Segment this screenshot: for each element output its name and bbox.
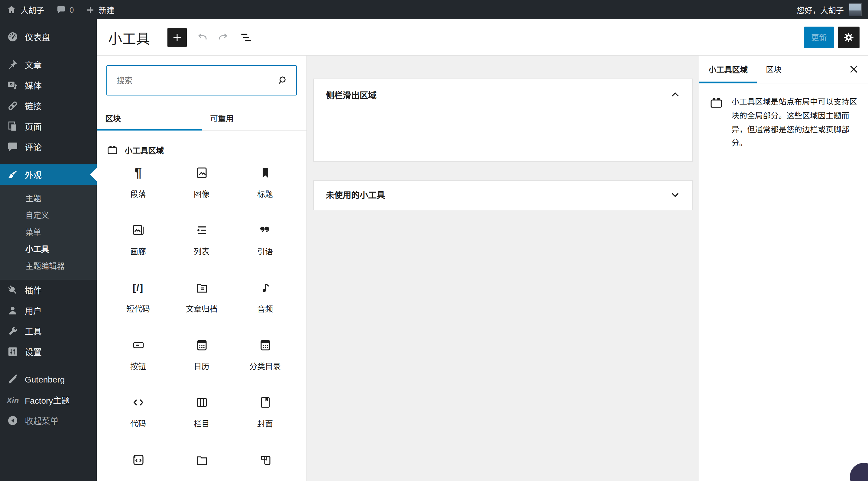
block-item-list[interactable]: 列表 — [170, 216, 233, 273]
submenu-item-theme-editor[interactable]: 主题编辑器 — [0, 257, 97, 274]
xin-logo-icon: Xin — [7, 395, 19, 405]
settings-toggle-button[interactable] — [838, 26, 860, 48]
submenu-item-menus[interactable]: 菜单 — [0, 223, 97, 240]
redo-icon — [216, 31, 230, 44]
avatar — [849, 3, 862, 16]
sidebar-item-posts[interactable]: 文章 — [0, 54, 97, 75]
menu-separator — [0, 47, 97, 54]
block-item-image[interactable]: 图像 — [170, 158, 233, 216]
list-view-button[interactable] — [239, 30, 253, 44]
block-item-columns[interactable]: 栏目 — [170, 388, 233, 445]
sidebar-item-pages[interactable]: 页面 — [0, 116, 97, 136]
pencil-icon — [7, 374, 19, 386]
section-title: 小工具区域 — [125, 144, 164, 156]
categories-icon — [258, 338, 272, 352]
redo-button[interactable] — [216, 30, 230, 44]
block-item-html[interactable] — [106, 445, 170, 481]
admin-bar-site-menu[interactable]: 大胡子 — [0, 0, 50, 19]
sidebar-item-gutenberg[interactable]: Gutenberg — [0, 369, 97, 390]
sidebar-item-label: 文章 — [25, 59, 42, 71]
settings-sidebar: 小工具区域 区块 小工具区域是站点布局中可以支持区块的全局部分。这些区域因主题而… — [699, 56, 868, 481]
links-chain-icon — [7, 100, 19, 112]
block-item-categories[interactable]: 分类目录 — [233, 330, 297, 388]
cover-icon — [258, 395, 272, 410]
bookmark-icon — [258, 166, 272, 180]
tab-block[interactable]: 区块 — [757, 56, 790, 83]
sidebar-item-collapse-menu[interactable]: 收起菜单 — [0, 410, 97, 431]
tab-blocks[interactable]: 区块 — [97, 106, 202, 130]
block-item-embed[interactable] — [233, 445, 297, 481]
panel-header[interactable]: 侧栏滑出区域 — [314, 79, 692, 110]
list-icon — [194, 223, 209, 237]
block-inserter-panel: 区块 可重用 小工具区域 ¶ 段落 图像 — [97, 56, 307, 481]
sidebar-item-links[interactable]: 链接 — [0, 95, 97, 116]
sidebar-item-comments[interactable]: 评论 — [0, 136, 97, 157]
panel-header[interactable]: 未使用的小工具 — [314, 181, 692, 209]
block-item-paragraph[interactable]: ¶ 段落 — [106, 158, 170, 216]
appearance-submenu: 主题 自定义 菜单 小工具 主题编辑器 — [0, 185, 97, 280]
submenu-item-customize[interactable]: 自定义 — [0, 206, 97, 223]
current-menu-arrow — [90, 168, 97, 181]
block-item-archives[interactable]: 文章归档 — [170, 273, 233, 330]
plus-icon — [172, 32, 183, 42]
block-search-box — [106, 65, 297, 95]
block-item-shortcode[interactable]: [/] 短代码 — [106, 273, 170, 330]
chevron-down-icon[interactable] — [670, 190, 680, 199]
comment-bubble-icon — [56, 5, 66, 14]
submenu-item-widgets[interactable]: 小工具 — [0, 240, 97, 257]
tab-reusable[interactable]: 可重用 — [202, 106, 306, 130]
block-item-audio[interactable]: 音频 — [233, 273, 297, 330]
close-sidebar-button[interactable] — [845, 61, 862, 78]
html-icon — [131, 453, 145, 467]
new-label: 新建 — [99, 4, 115, 15]
block-inserter-toggle-button[interactable] — [167, 28, 187, 47]
sidebar-item-dashboard[interactable]: 仪表盘 — [0, 27, 97, 47]
sidebar-item-media[interactable]: 媒体 — [0, 75, 97, 95]
update-button[interactable]: 更新 — [804, 26, 834, 48]
block-item-cover[interactable]: 封面 — [233, 388, 297, 445]
admin-bar-comments[interactable]: 0 — [50, 0, 80, 19]
sidebar-item-settings[interactable]: 设置 — [0, 342, 97, 362]
block-item-code[interactable]: 代码 — [106, 388, 170, 445]
sidebar-item-plugins[interactable]: 插件 — [0, 280, 97, 300]
sidebar-item-label: Factory主题 — [25, 394, 70, 406]
posts-pin-icon — [7, 59, 19, 71]
editor-main: 小工具 更新 — [97, 19, 868, 481]
block-item-gallery[interactable]: 画廊 — [106, 216, 170, 273]
sidebar-item-label: 插件 — [25, 284, 42, 296]
block-item-button[interactable]: 按钮 — [106, 330, 170, 388]
audio-note-icon — [258, 280, 272, 295]
close-icon — [848, 64, 859, 74]
block-item-file[interactable] — [170, 445, 233, 481]
widget-areas-description: 小工具区域是站点布局中可以支持区块的全局部分。这些区域因主题而异，但通常都是您的… — [732, 95, 858, 151]
sidebar-item-xin-factory[interactable]: Xin Factory主题 — [0, 390, 97, 410]
sidebar-item-tools[interactable]: 工具 — [0, 321, 97, 342]
search-input[interactable] — [117, 76, 276, 85]
menu-separator — [0, 157, 97, 164]
block-item-heading[interactable]: 标题 — [233, 158, 297, 216]
settings-sidebar-tabs: 小工具区域 区块 — [700, 56, 868, 84]
chevron-up-icon[interactable] — [670, 90, 680, 100]
undo-icon — [196, 31, 209, 44]
menu-separator — [0, 362, 97, 369]
submenu-item-themes[interactable]: 主题 — [0, 189, 97, 206]
admin-bar-account[interactable]: 您好，大胡子 — [797, 3, 868, 16]
greeting-text: 您好，大胡子 — [797, 4, 844, 15]
block-item-quote[interactable]: 引语 — [233, 216, 297, 273]
sidebar-item-users[interactable]: 用户 — [0, 300, 97, 321]
code-icon — [131, 395, 145, 410]
tools-wrench-icon — [7, 325, 19, 337]
sidebar-item-label: 仪表盘 — [25, 31, 50, 43]
users-icon — [7, 304, 19, 317]
tab-widget-areas[interactable]: 小工具区域 — [700, 56, 757, 83]
dashboard-icon — [7, 31, 19, 43]
archives-folder-icon — [194, 280, 209, 295]
undo-button[interactable] — [195, 30, 210, 44]
sidebar-item-label: 工具 — [25, 325, 42, 337]
sidebar-item-label: 链接 — [25, 100, 42, 112]
block-item-calendar[interactable]: 日历 — [170, 330, 233, 388]
admin-bar-new[interactable]: 新建 — [80, 0, 121, 19]
inserter-tabs: 区块 可重用 — [97, 106, 306, 130]
sidebar-item-appearance[interactable]: 外观 — [0, 164, 97, 185]
plugins-plug-icon — [7, 284, 19, 296]
